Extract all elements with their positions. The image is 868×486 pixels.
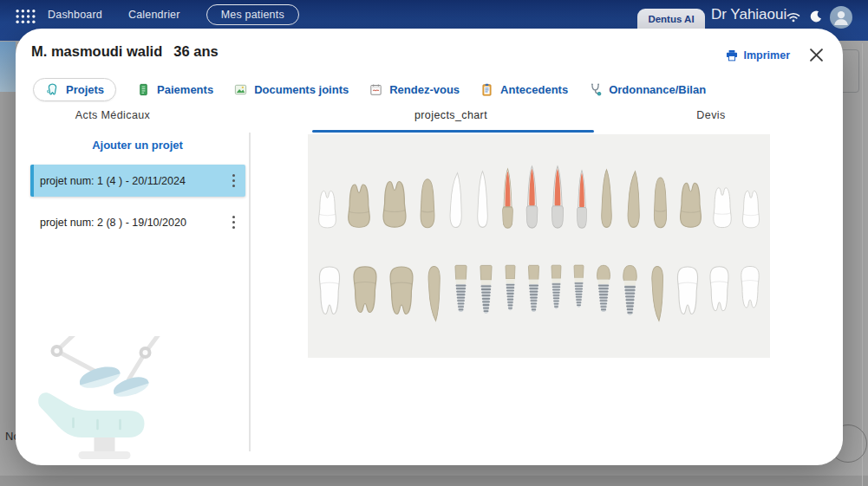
- subtab-bar: Acts Médicauxprojects_chartDevis: [16, 107, 843, 129]
- wifi-icon: [785, 8, 802, 25]
- lower-teeth-row: [315, 263, 763, 327]
- modal-actions: Imprimer: [725, 46, 826, 64]
- tooth-lower-16-molar[interactable]: [737, 263, 763, 312]
- tooth-lower-1-molar[interactable]: [315, 263, 344, 319]
- tooth-upper-13-premolar[interactable]: [649, 173, 672, 230]
- tooth-lower-4-canine[interactable]: [422, 263, 446, 324]
- tooth-lower-10-implant[interactable]: [570, 263, 588, 312]
- tab-label: Projets: [66, 83, 104, 96]
- tab-label: Paiements: [157, 83, 213, 96]
- tooth-upper-16-molar[interactable]: [739, 187, 763, 230]
- tab-label: Ordonnance/Bilan: [609, 83, 706, 96]
- tooth-upper-1-molar[interactable]: [315, 187, 340, 230]
- tooth-lower-12-implant2[interactable]: [618, 263, 642, 321]
- tooth-upper-4-premolar[interactable]: [414, 175, 441, 230]
- tooth-upper-7-incisor_root[interactable]: [498, 165, 518, 230]
- nav-mes-patients[interactable]: Mes patients: [206, 4, 299, 25]
- more-options-icon[interactable]: [229, 172, 238, 190]
- tooth-upper-11-incisor[interactable]: [595, 166, 618, 230]
- calendar-icon: [369, 82, 383, 97]
- tab-ordonnance-bilan[interactable]: Ordonnance/Bilan: [588, 82, 706, 97]
- tab-antecedents[interactable]: Antecedents: [480, 82, 568, 97]
- project-item-label: projet num: 1 (4 ) - 20/11/2024: [40, 175, 229, 187]
- topbar-nav: DashboardCalendrierMes patients: [48, 0, 299, 29]
- tooth-upper-14-molar[interactable]: [675, 178, 706, 230]
- background-footer-strip: [0, 476, 868, 486]
- tooth-upper-5-canine[interactable]: [444, 170, 467, 230]
- add-project-button[interactable]: Ajouter un projet: [26, 139, 249, 152]
- nav-calendrier[interactable]: Calendrier: [128, 9, 180, 21]
- more-options-icon[interactable]: [229, 213, 238, 231]
- active-subtab-underline: [312, 130, 594, 133]
- tooth-upper-6-incisor[interactable]: [471, 168, 494, 230]
- tooth-lower-15-molar[interactable]: [706, 263, 733, 315]
- image-icon: [233, 82, 248, 97]
- patient-title: M. masmoudi walid36 ans: [31, 43, 219, 60]
- tab-projets[interactable]: Projets: [33, 78, 116, 101]
- tab-documents-joints[interactable]: Documents joints: [233, 82, 349, 97]
- stethoscope-icon: [588, 82, 603, 97]
- tooth-lower-9-implant[interactable]: [547, 263, 565, 314]
- dark-mode-moon-icon[interactable]: [809, 10, 823, 23]
- project-list: projet num: 1 (4 ) - 20/11/2024projet nu…: [30, 165, 245, 248]
- tooth-lower-14-molar[interactable]: [673, 263, 702, 319]
- project-item[interactable]: projet num: 2 (8 ) - 19/10/2020: [30, 208, 245, 237]
- tooth-upper-12-canine[interactable]: [622, 168, 645, 230]
- print-button[interactable]: Imprimer: [725, 49, 791, 62]
- tab-paiements[interactable]: Paiements: [136, 82, 213, 97]
- tooth-lower-7-implant[interactable]: [501, 263, 519, 315]
- tooth-lower-2-molar[interactable]: [349, 263, 382, 317]
- background-right-line: [862, 43, 863, 486]
- patient-name: M. masmoudi walid: [31, 43, 162, 59]
- project-item-label: projet num: 2 (8 ) - 19/10/2020: [40, 217, 229, 229]
- print-label: Imprimer: [744, 49, 791, 62]
- teeth-chart: [308, 134, 770, 358]
- patient-tabs: ProjetsPaiementsDocuments jointsRendez-v…: [33, 76, 706, 102]
- printer-icon: [725, 49, 739, 62]
- dental-chair-illustration: [26, 336, 169, 462]
- tooth-lower-13-canine[interactable]: [646, 263, 669, 324]
- money-icon: [136, 82, 151, 97]
- apps-grid-icon[interactable]: [15, 8, 36, 25]
- upper-teeth-row: [315, 163, 763, 230]
- tooth-upper-2-molar[interactable]: [343, 180, 375, 230]
- tab-rendez-vous[interactable]: Rendez-vous: [369, 82, 460, 97]
- nav-dashboard[interactable]: Dashboard: [48, 9, 102, 21]
- tooth-lower-6-implant[interactable]: [475, 263, 497, 319]
- tooth-upper-3-molar[interactable]: [378, 177, 411, 230]
- panel-divider: [249, 133, 251, 451]
- close-icon[interactable]: [807, 46, 826, 64]
- patient-modal: M. masmoudi walid36 ans Imprimer Projets…: [16, 29, 843, 465]
- background-left-card: [0, 42, 16, 92]
- subtab-acts-m-dicaux[interactable]: Acts Médicaux: [75, 109, 150, 121]
- patient-age: 36 ans: [173, 43, 218, 59]
- clipboard-icon: [480, 82, 494, 97]
- tooth-lower-3-molar[interactable]: [385, 263, 418, 319]
- doctor-name: Dr Yahiaoui: [711, 6, 786, 23]
- dentus-ai-badge[interactable]: Dentus AI: [637, 9, 705, 29]
- user-avatar[interactable]: [830, 6, 852, 29]
- subtab-devis[interactable]: Devis: [696, 109, 725, 121]
- tooth-icon: [45, 82, 60, 97]
- tab-label: Rendez-vous: [389, 83, 460, 96]
- project-item[interactable]: projet num: 1 (4 ) - 20/11/2024: [30, 165, 245, 197]
- tooth-lower-5-implant[interactable]: [450, 263, 472, 317]
- tooth-upper-10-incisor_root[interactable]: [572, 167, 591, 230]
- tooth-lower-8-implant[interactable]: [524, 263, 544, 317]
- tooth-lower-11-implant2[interactable]: [592, 263, 615, 317]
- tab-label: Documents joints: [254, 83, 349, 96]
- tab-label: Antecedents: [500, 83, 568, 96]
- tooth-upper-15-molar[interactable]: [709, 184, 735, 230]
- subtab-projects-chart[interactable]: projects_chart: [414, 109, 487, 121]
- page-root: DashboardCalendrierMes patients Dentus A…: [0, 0, 868, 486]
- tooth-upper-9-incisor_root[interactable]: [546, 163, 569, 230]
- tooth-upper-8-incisor_root[interactable]: [521, 163, 543, 230]
